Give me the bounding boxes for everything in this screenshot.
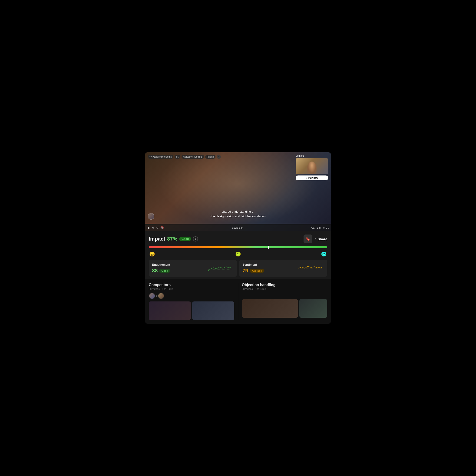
engagement-value: 88 [152, 268, 158, 274]
tag-handling-concerns[interactable]: 🏷 Handling concerns [148, 155, 173, 159]
slider-track [149, 246, 327, 248]
engagement-badge: Good [159, 269, 170, 273]
slider-thumb [268, 246, 269, 249]
impact-percent: 87% [167, 236, 177, 242]
impact-title-group: Impact 87% Good i [149, 236, 198, 242]
up-next-label: Up next [296, 154, 328, 157]
engagement-card: Engagement 88 Good [149, 260, 237, 277]
section-divider [238, 283, 238, 320]
app-container: 🏷 Handling concerns $$ Objection handlin… [145, 152, 331, 324]
video-player[interactable]: 🏷 Handling concerns $$ Objection handlin… [145, 152, 331, 231]
objection-thumb-1[interactable] [242, 299, 298, 318]
tag-dollar[interactable]: $$ [174, 155, 180, 159]
controls-right: CC 1.2x ⧉ ⛶ [311, 226, 329, 229]
avatar-1 [149, 293, 155, 299]
fullscreen-button[interactable]: ⛶ [326, 227, 329, 229]
sentiment-value-row: 79 Average [242, 268, 264, 274]
play-now-button[interactable]: Play now [296, 175, 328, 180]
emoji-row: 😞 😐 😊 [149, 251, 327, 257]
sentiment-chart [296, 262, 324, 274]
emoji-good: 😊 [321, 251, 327, 257]
objection-videos: 38 videos [242, 288, 253, 290]
tag-objection-handling[interactable]: Objection handling [182, 155, 204, 159]
objection-spacer [242, 293, 327, 299]
video-subtitles: shared understanding of the design visio… [210, 209, 265, 219]
subtitle-line1: shared understanding of [210, 209, 265, 214]
pip-button[interactable]: ⧉ [323, 226, 324, 229]
engagement-left: Engagement 88 Good [152, 263, 170, 274]
competitors-thumb-1[interactable] [149, 302, 191, 320]
play-now-label: Play now [308, 177, 318, 179]
tag-more[interactable]: + [217, 154, 221, 159]
competitors-duration: 1hr 19min [162, 288, 173, 290]
competitors-thumb-2[interactable] [192, 302, 234, 320]
competitors-avatars: or [149, 293, 234, 299]
subtitle-line2-rest: vision and laid the foundation [226, 215, 266, 218]
bottom-section: Competitors 38 videos 1hr 19min or Objec… [145, 279, 331, 324]
competitors-videos: 38 videos [149, 288, 160, 290]
subtitle-line2: the design vision and laid the foundatio… [210, 214, 265, 219]
objection-thumb-2[interactable] [299, 299, 327, 318]
competitors-thumbnails [149, 302, 234, 320]
sentiment-value: 79 [242, 268, 248, 274]
competitors-col: Competitors 38 videos 1hr 19min or [149, 283, 234, 320]
up-next-panel: Up next Play now [296, 154, 328, 180]
emoji-bad: 😞 [149, 251, 155, 257]
up-next-thumbnail [296, 158, 328, 174]
time-display: 0:02 / 0:34 [166, 227, 310, 229]
impact-actions: 🔖 ↑ Share [304, 235, 327, 243]
play-icon [306, 177, 307, 179]
engagement-title: Engagement [152, 263, 170, 266]
info-button[interactable]: i [193, 236, 198, 241]
objection-thumbnails [242, 299, 327, 318]
objection-handling-title: Objection handling [242, 283, 327, 287]
impact-good-badge: Good [179, 237, 191, 241]
metric-cards-row: Engagement 88 Good Sentiment 79 [149, 260, 327, 277]
avatar-2 [158, 293, 164, 299]
emoji-neutral: 😐 [235, 251, 241, 257]
share-icon: ↑ [314, 237, 316, 241]
sentiment-left: Sentiment 79 Average [242, 263, 264, 274]
competitors-meta: 38 videos 1hr 19min [149, 288, 234, 290]
impact-header: Impact 87% Good i 🔖 ↑ Share [149, 235, 327, 243]
up-next-person-silhouette [307, 162, 317, 174]
impact-label: Impact [149, 236, 165, 242]
sentiment-title: Sentiment [242, 263, 264, 266]
bookmark-button[interactable]: 🔖 [304, 235, 312, 243]
pause-button[interactable]: ⏸ [147, 226, 150, 229]
tag-icon: 🏷 [150, 155, 152, 158]
mute-button[interactable]: 🔇 [160, 226, 164, 229]
forward-button[interactable]: ↻ [156, 226, 158, 229]
impact-slider[interactable] [149, 246, 327, 249]
competitors-title: Competitors [149, 283, 234, 287]
rewind-button[interactable]: ↺ [152, 226, 154, 229]
objection-handling-meta: 38 videos 1hr 19min [242, 288, 327, 290]
subtitle-line2-bold: the design [210, 215, 225, 218]
sentiment-badge: Average [250, 269, 264, 273]
share-label: Share [318, 237, 327, 241]
share-button[interactable]: ↑ Share [314, 237, 327, 241]
objection-duration: 1hr 19min [255, 288, 267, 290]
impact-section: Impact 87% Good i 🔖 ↑ Share [145, 231, 331, 279]
engagement-value-row: 88 Good [152, 268, 170, 274]
sentiment-card: Sentiment 79 Average [239, 260, 327, 277]
speaker-avatar [148, 213, 154, 220]
speed-button[interactable]: 1.2x [317, 227, 321, 229]
cc-button[interactable]: CC [311, 227, 315, 229]
video-tags: 🏷 Handling concerns $$ Objection handlin… [148, 154, 221, 159]
tag-pricing[interactable]: Pricing [205, 155, 216, 159]
video-controls-bar: ⏸ ↺ ↻ 🔇 0:02 / 0:34 CC 1.2x ⧉ ⛶ [145, 224, 331, 231]
engagement-chart [206, 262, 234, 274]
bookmark-icon: 🔖 [306, 237, 310, 241]
objection-handling-col: Objection handling 38 videos 1hr 19min [242, 283, 327, 320]
